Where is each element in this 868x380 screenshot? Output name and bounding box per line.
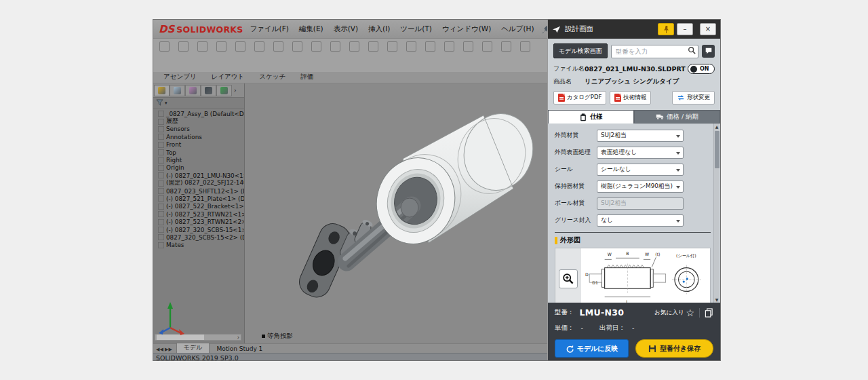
ribbon-button[interactable] bbox=[174, 40, 193, 71]
copy-icon[interactable] bbox=[705, 308, 713, 318]
model-search-button[interactable]: モデル検索画面 bbox=[553, 43, 608, 58]
ribbon-button[interactable] bbox=[193, 40, 212, 71]
ribbon-button[interactable] bbox=[477, 40, 496, 71]
featuremanager-tab[interactable] bbox=[170, 85, 185, 96]
ribbon-button[interactable] bbox=[401, 40, 420, 71]
ribbon-button[interactable] bbox=[326, 40, 344, 71]
ribbon-button[interactable] bbox=[212, 40, 231, 71]
ribbon-button[interactable] bbox=[344, 40, 363, 71]
ribbon-button[interactable] bbox=[250, 40, 269, 71]
apply-to-model-button[interactable]: モデルに反映 bbox=[555, 339, 629, 358]
tree-item[interactable]: (-) 0827_521_Plate<1> (Default) bbox=[153, 195, 244, 202]
tree-item[interactable]: 0827_320_SCBS-15<2> (Default) bbox=[153, 233, 244, 241]
tree-item[interactable]: (-) 0827_523_RTWN21<1> (Defaul bbox=[153, 210, 244, 218]
scroll-up-arrow[interactable]: ▲ bbox=[715, 124, 719, 130]
ribbon-button[interactable] bbox=[382, 40, 401, 71]
tree-item[interactable]: 履歴 bbox=[153, 117, 244, 125]
3d-model[interactable] bbox=[245, 83, 549, 343]
pdf-document-button[interactable]: 技術情報 bbox=[610, 91, 651, 104]
headsup-button[interactable]: ▾ bbox=[439, 86, 448, 96]
shape-change-button[interactable]: 形状変更 bbox=[672, 91, 715, 104]
spec-field-select[interactable]: SUJ2相当 bbox=[597, 197, 684, 210]
panel-scrollbar[interactable]: ▲ ▼ bbox=[713, 124, 719, 303]
filter-funnel-icon[interactable] bbox=[156, 99, 163, 107]
tree-item[interactable]: Sensors bbox=[153, 126, 244, 133]
star-icon[interactable]: ☆ bbox=[686, 308, 694, 318]
scrollbar-thumb[interactable] bbox=[715, 131, 719, 168]
tree-item[interactable]: (-) 0827_522_Bracket<1> (Default) bbox=[153, 203, 244, 210]
menu-item[interactable]: 挿入(I) bbox=[368, 24, 390, 34]
scroll-down-arrow[interactable]: ▼ bbox=[715, 297, 719, 303]
featuremanager-tab[interactable] bbox=[185, 85, 201, 96]
headsup-button[interactable]: ▾ bbox=[463, 86, 473, 96]
ribbon-button[interactable] bbox=[439, 40, 458, 71]
spec-field-select[interactable]: 樹脂(ジュラコンM90相当) bbox=[597, 180, 684, 193]
pin-button[interactable] bbox=[658, 23, 674, 35]
tree-item[interactable]: Mates bbox=[153, 242, 244, 249]
headsup-button[interactable]: ▾ bbox=[488, 86, 497, 96]
sync-toggle[interactable]: ON bbox=[688, 64, 715, 74]
menu-item[interactable]: ヘルプ(H) bbox=[501, 24, 534, 34]
document-tab[interactable]: モデル bbox=[176, 343, 210, 353]
featuremanager-expand-icon[interactable]: › bbox=[234, 87, 237, 94]
spec-field-select[interactable]: シールなし bbox=[597, 164, 684, 176]
commandmanager-tab[interactable]: 評価 bbox=[293, 72, 321, 83]
search-input[interactable] bbox=[611, 45, 698, 58]
headsup-button[interactable]: ▾ bbox=[500, 86, 509, 96]
menu-item[interactable]: ファイル(F) bbox=[250, 24, 289, 34]
tree-item[interactable]: Right bbox=[153, 156, 244, 164]
tree-item[interactable]: Annotations bbox=[153, 133, 244, 140]
ribbon-button[interactable] bbox=[496, 40, 515, 71]
featuremanager-tab[interactable] bbox=[154, 85, 170, 96]
tree-item[interactable]: (-) 0827_021_LMU-N30<1> (Defau bbox=[153, 172, 244, 179]
featuremanager-tab[interactable] bbox=[201, 85, 216, 96]
tree-item[interactable]: Front bbox=[153, 141, 244, 149]
panel-tab[interactable]: 仕様 bbox=[548, 110, 634, 124]
tree-item[interactable]: Origin bbox=[153, 164, 244, 172]
tree-item[interactable]: Top bbox=[153, 149, 244, 156]
menu-item[interactable]: ウィンドウ(W) bbox=[442, 24, 491, 34]
pdf-document-button[interactable]: カタログPDF bbox=[553, 91, 606, 104]
ribbon-button[interactable] bbox=[307, 40, 326, 71]
filter-caret-icon[interactable]: ▾ bbox=[165, 100, 167, 106]
search-icon[interactable] bbox=[688, 46, 696, 54]
spec-field-select[interactable]: 表面処理なし bbox=[597, 147, 684, 159]
ribbon-button[interactable] bbox=[458, 40, 477, 71]
drawing-zoom-button[interactable] bbox=[559, 269, 578, 288]
tree-item[interactable]: (-) 0827_523_RTWN21<2> (Defaul bbox=[153, 218, 244, 225]
menu-item[interactable]: 表示(V) bbox=[334, 24, 358, 34]
ribbon-button[interactable] bbox=[288, 40, 307, 71]
tree-item[interactable]: _0827_Assy_B (Default<Default_Displa bbox=[153, 110, 244, 117]
tree-item[interactable]: (-) 0827_320_SCBS-15<1> (Default bbox=[153, 226, 244, 233]
headsup-button[interactable]: ▾ bbox=[427, 86, 436, 96]
ribbon-button[interactable] bbox=[363, 40, 382, 71]
tab-nav-arrows[interactable]: ◀◀ ▶▶ bbox=[153, 347, 176, 353]
feedback-button[interactable] bbox=[702, 45, 715, 58]
commandmanager-tab[interactable]: アセンブリ bbox=[156, 72, 204, 83]
minimize-button[interactable]: – bbox=[677, 23, 693, 35]
ribbon-button[interactable] bbox=[231, 40, 250, 71]
headsup-button[interactable]: ▾ bbox=[475, 86, 485, 96]
spec-field-select[interactable]: SUJ2相当 bbox=[597, 130, 684, 142]
menu-item[interactable]: 編集(E) bbox=[299, 24, 323, 34]
commandmanager-tab[interactable]: レイアウト bbox=[204, 72, 252, 83]
favorite-control[interactable]: お気に入り ☆ bbox=[654, 308, 694, 318]
document-tab[interactable]: Motion Study 1 bbox=[210, 345, 269, 353]
headsup-button[interactable]: ▾ bbox=[512, 86, 521, 96]
save-with-part-number-button[interactable]: 型番付き保存 bbox=[635, 339, 713, 358]
panel-tab[interactable]: 価格 / 納期 bbox=[634, 110, 720, 124]
tree-item[interactable]: 0827_023_SHFTL12<1> (Default<D bbox=[153, 187, 244, 195]
ribbon-button[interactable] bbox=[420, 40, 439, 71]
menu-item[interactable]: ツール(T) bbox=[400, 24, 432, 34]
scrollbar-right-arrow[interactable]: › bbox=[237, 335, 241, 341]
ribbon-button[interactable] bbox=[515, 40, 534, 71]
headsup-button[interactable]: ▾ bbox=[451, 86, 460, 96]
headsup-button[interactable]: ▾ bbox=[524, 86, 534, 96]
ribbon-button[interactable] bbox=[269, 40, 288, 71]
ribbon-button[interactable] bbox=[155, 40, 174, 71]
close-button[interactable]: × bbox=[700, 23, 716, 35]
featuremanager-tab[interactable] bbox=[216, 85, 232, 96]
tree-item[interactable]: (固定) 0827_022_SFJ12-140<1> (D bbox=[153, 180, 244, 187]
headsup-button[interactable]: ▾ bbox=[414, 86, 424, 96]
commandmanager-tab[interactable]: スケッチ bbox=[252, 72, 293, 83]
